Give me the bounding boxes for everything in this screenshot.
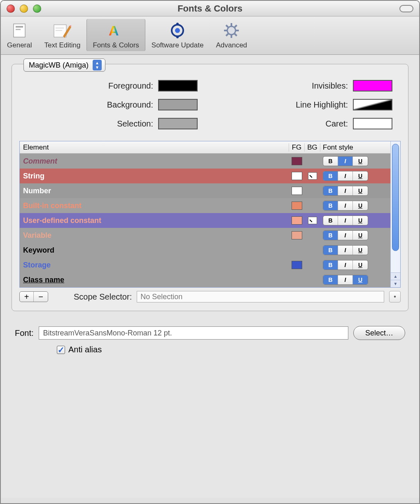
style-b-button[interactable]: B [323,246,338,255]
style-u-button[interactable]: U [353,201,368,210]
fg-cell[interactable] [289,157,305,165]
fg-cell[interactable] [289,261,305,269]
table-row[interactable]: KeywordBIU [20,243,390,258]
table-row[interactable]: StringBIU [20,169,390,183]
style-b-button[interactable]: B [323,216,338,225]
fg-swatch[interactable] [292,216,302,225]
th-bg[interactable]: BG [305,143,320,152]
scrollbar[interactable]: ▲ ▼ [390,141,400,287]
bg-cell[interactable] [305,217,320,224]
scope-aux-button[interactable]: • [389,291,401,302]
element-name: Built-in constant [20,202,289,210]
scroll-thumb[interactable] [392,144,399,251]
foreground-color-well[interactable] [158,80,198,91]
style-i-button[interactable]: I [338,260,353,270]
fg-cell[interactable] [289,172,305,180]
style-b-button[interactable]: B [323,171,338,181]
table-row[interactable]: VariableBIU [20,228,390,243]
fg-swatch[interactable] [292,172,302,180]
fg-cell[interactable] [289,216,305,225]
tab-fonts-colors[interactable]: A Fonts & Colors [86,19,145,51]
font-style-cell: BIU [320,171,390,181]
table-row[interactable]: Class nameBIU [20,272,390,287]
caret-color-well[interactable] [353,118,392,129]
style-i-button[interactable]: I [338,201,353,210]
svg-text:A: A [109,23,119,38]
style-u-button[interactable]: U [353,246,368,255]
fg-cell[interactable] [289,231,305,239]
table-row[interactable]: NumberBIU [20,183,390,198]
style-segmented[interactable]: BIU [323,230,368,240]
tab-text-editing[interactable]: Text Editing [38,19,86,51]
fg-cell[interactable] [289,187,305,195]
style-segmented[interactable]: BIU [323,186,368,196]
fg-swatch[interactable] [292,157,302,165]
style-b-button[interactable]: B [323,157,338,166]
style-i-button[interactable]: I [338,246,353,255]
remove-button[interactable]: − [34,292,48,302]
style-segmented[interactable]: BIU [323,260,368,270]
bg-cell[interactable] [305,172,320,180]
style-i-button[interactable]: I [338,231,353,240]
tab-label: Software Update [152,41,204,49]
svg-point-11 [176,23,179,25]
style-segmented[interactable]: BIU [323,245,368,255]
style-segmented[interactable]: BIU [323,216,368,225]
table-row[interactable]: CommentBIU [20,154,390,169]
style-b-button[interactable]: B [323,186,338,195]
bg-swatch[interactable] [308,172,317,180]
style-u-button[interactable]: U [353,216,368,225]
fg-swatch[interactable] [292,231,302,239]
style-i-button[interactable]: I [338,216,353,225]
tab-software-update[interactable]: Software Update [145,19,210,51]
table-row[interactable]: StorageBIU [20,258,390,272]
style-b-button[interactable]: B [323,201,338,210]
fg-cell[interactable] [289,202,305,210]
fg-swatch[interactable] [292,187,302,195]
invisibles-color-well[interactable] [353,80,392,91]
antialias-checkbox[interactable]: ✓ [57,346,65,354]
style-u-button[interactable]: U [353,275,368,284]
style-b-button[interactable]: B [323,260,338,270]
style-u-button[interactable]: U [353,157,368,166]
style-u-button[interactable]: U [353,171,368,181]
style-b-button[interactable]: B [323,231,338,240]
table-row[interactable]: Built-in constantBIU [20,198,390,213]
select-font-button[interactable]: Select… [353,326,405,340]
scroll-track[interactable] [391,141,400,272]
selection-color-well[interactable] [158,118,198,129]
style-i-button[interactable]: I [338,186,353,195]
scroll-down-icon[interactable]: ▼ [391,280,400,287]
th-font-style[interactable]: Font style [320,143,390,152]
background-color-well[interactable] [158,99,198,110]
font-style-cell: BIU [320,156,390,166]
style-i-button[interactable]: I [338,171,353,181]
element-name: Class name [20,276,289,284]
bg-swatch[interactable] [308,217,317,224]
table-row[interactable]: User-defined constantBIU [20,213,390,228]
scope-selector-input[interactable] [137,291,384,302]
style-b-button[interactable]: B [323,275,338,284]
fg-swatch[interactable] [292,202,302,210]
th-element[interactable]: Element [20,143,289,152]
style-segmented[interactable]: BIU [323,171,368,181]
style-u-button[interactable]: U [353,260,368,270]
style-segmented[interactable]: BIU [323,201,368,211]
style-segmented[interactable]: BIU [323,275,368,285]
tab-general[interactable]: General [1,19,38,51]
antialias-row: ✓ Anti alias [12,345,408,354]
font-label: Font: [15,328,34,338]
scroll-up-icon[interactable]: ▲ [391,272,400,280]
style-i-button[interactable]: I [338,157,353,166]
fg-swatch[interactable] [292,261,302,269]
theme-popup[interactable]: MagicWB (Amiga) ▲▼ [23,59,105,72]
tab-label: Advanced [216,41,247,49]
style-u-button[interactable]: U [353,231,368,240]
add-button[interactable]: + [20,292,34,302]
th-fg[interactable]: FG [289,143,305,152]
style-segmented[interactable]: BIU [323,156,368,166]
style-u-button[interactable]: U [353,186,368,195]
style-i-button[interactable]: I [338,275,353,284]
tab-advanced[interactable]: Advanced [210,19,253,51]
line-highlight-color-well[interactable] [353,99,392,110]
